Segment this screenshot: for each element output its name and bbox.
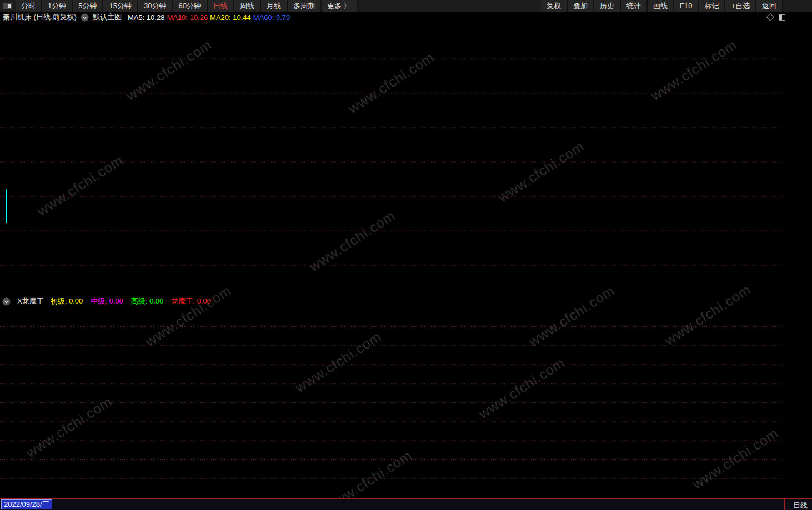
info-bar: 秦川机床 (日线.前复权) 默认主图 MA5: 10.28MA10: 10.26… <box>0 12 812 22</box>
sub-indicator-header: X龙魔王 初级: 0.00中级: 0.00高级: 0.00龙魔王: 0.00 <box>0 296 784 306</box>
tool-item-0[interactable]: 复权 <box>541 0 568 12</box>
tools-menu: 复权叠加历史统计画线F10标记+自选返回 <box>541 0 812 12</box>
indicator-field-2: 高级: 0.00 <box>131 297 164 305</box>
timeframe-item-2[interactable]: 5分钟 <box>73 0 103 12</box>
indicator-field-0: 初级: 0.00 <box>51 297 83 305</box>
indicator-field-3: 龙魔王: 0.00 <box>171 297 211 305</box>
timeframe-item-4[interactable]: 30分钟 <box>138 0 173 12</box>
date-chip[interactable]: 2022/09/28/三 <box>1 499 52 509</box>
keyboard-wizard-icon[interactable] <box>3 3 12 9</box>
tool-item-8[interactable]: 返回 <box>756 0 783 12</box>
tool-item-3[interactable]: 统计 <box>621 0 648 12</box>
tool-item-4[interactable]: 画线 <box>648 0 674 12</box>
tool-item-7[interactable]: +自选 <box>725 0 756 12</box>
period-label: 日线 <box>793 501 808 510</box>
sub-plot-area[interactable] <box>0 306 784 498</box>
timeframe-item-7[interactable]: 周线 <box>234 0 261 12</box>
ma-legend-item-1: MA10: 10.26 <box>167 13 208 22</box>
tool-item-2[interactable]: 历史 <box>594 0 621 12</box>
stock-chart-window: www.cfchi.comwww.cfchi.comwww.cfchi.comw… <box>0 0 812 510</box>
timeframe-item-8[interactable]: 月线 <box>261 0 288 12</box>
timeframe-item-3[interactable]: 15分钟 <box>103 0 138 12</box>
status-bar: 2022/09/28/三 日线 <box>0 498 812 510</box>
indicator-values: 初级: 0.00中级: 0.00高级: 0.00龙魔王: 0.00 <box>51 296 219 306</box>
indicator-name[interactable]: X龙魔王 <box>17 296 44 306</box>
timeframe-menu: 分时1分钟5分钟15分钟30分钟60分钟日线周线月线多周期更多 〉 <box>16 0 358 12</box>
chevron-down-icon[interactable] <box>81 13 89 22</box>
timeframe-item-9[interactable]: 多周期 <box>288 0 322 12</box>
ma-legend-item-0: MA5: 10.28 <box>128 13 165 22</box>
ma-legend: MA5: 10.28MA10: 10.26MA20: 10.44MA60: 9.… <box>126 13 290 22</box>
tool-item-6[interactable]: 标记 <box>699 0 725 12</box>
timeframe-item-1[interactable]: 1分钟 <box>42 0 73 12</box>
stock-title: 秦川机床 (日线.前复权) <box>3 12 77 22</box>
timeframe-item-0[interactable]: 分时 <box>16 0 42 12</box>
indicator-field-1: 中级: 0.00 <box>91 297 123 305</box>
chart-canvas <box>0 0 812 510</box>
ma-legend-item-3: MA60: 9.79 <box>253 13 290 22</box>
ma-legend-item-2: MA20: 10.44 <box>210 13 251 22</box>
axis-separator <box>784 499 785 510</box>
tool-item-1[interactable]: 叠加 <box>568 0 594 12</box>
timeframe-item-5[interactable]: 60分钟 <box>173 0 207 12</box>
chevron-down-icon[interactable] <box>2 297 11 306</box>
main-plot-area[interactable] <box>0 22 784 296</box>
main-overlay-selector[interactable]: 默认主图 <box>93 12 122 22</box>
tool-item-5[interactable]: F10 <box>674 0 699 12</box>
menu-bar: 分时1分钟5分钟15分钟30分钟60分钟日线周线月线多周期更多 〉 复权叠加历史… <box>0 0 812 12</box>
timeframe-item-10[interactable]: 更多 〉 <box>322 0 358 12</box>
timeframe-item-6[interactable]: 日线 <box>208 0 234 12</box>
split-view-icon[interactable] <box>779 14 785 21</box>
diamond-icon[interactable] <box>766 13 774 21</box>
